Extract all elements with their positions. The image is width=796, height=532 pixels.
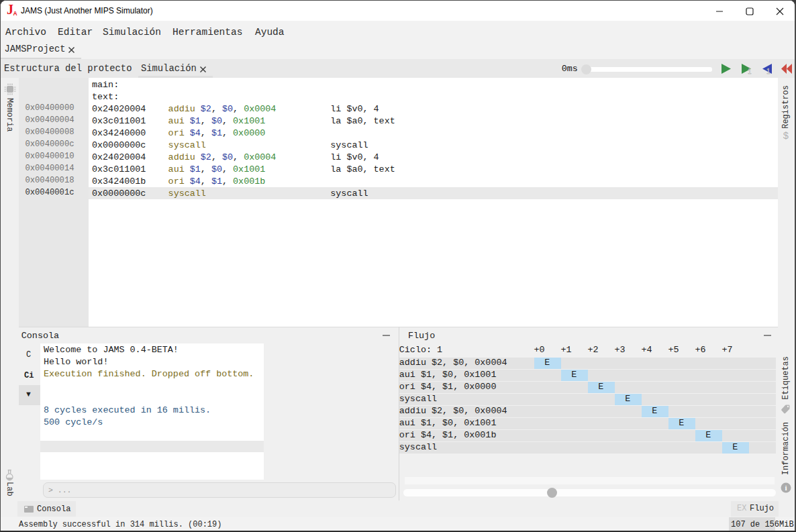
svg-text:i: i (785, 484, 787, 492)
svg-text:1: 1 (748, 68, 752, 74)
svg-text:1: 1 (766, 68, 770, 74)
